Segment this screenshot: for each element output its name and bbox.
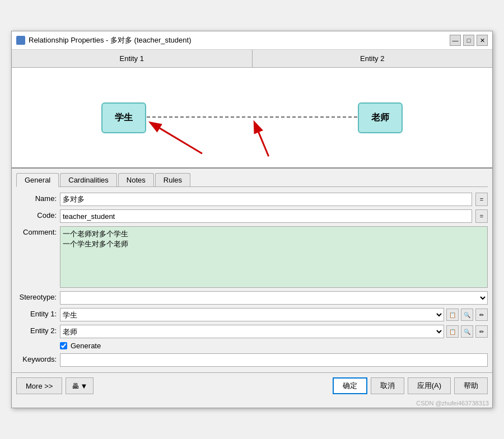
generate-row: Generate	[16, 342, 488, 350]
cancel-button[interactable]: 取消	[371, 377, 404, 394]
window-title: Relationship Properties - 多对多 (teacher_s…	[29, 35, 191, 45]
svg-line-1	[255, 123, 269, 156]
svg-line-0	[151, 123, 202, 153]
comment-label: Comment:	[16, 226, 57, 236]
minimize-button[interactable]: —	[450, 35, 461, 46]
entity1-copy-button[interactable]: 📋	[446, 309, 459, 321]
print-dropdown-icon: ▼	[80, 382, 87, 390]
entity-teacher-label: 老师	[371, 112, 389, 124]
tab-cardinalities[interactable]: Cardinalities	[60, 173, 117, 186]
ok-button[interactable]: 确定	[333, 377, 367, 394]
more-button[interactable]: More >>	[16, 377, 62, 394]
generate-label: Generate	[71, 342, 101, 350]
maximize-button[interactable]: □	[463, 35, 474, 46]
stereotype-row: Stereotype:	[16, 291, 488, 305]
name-input[interactable]	[60, 193, 472, 206]
stereotype-label: Stereotype:	[16, 291, 57, 301]
tabs-section: General Cardinalities Notes Rules	[12, 169, 492, 187]
entity1-row: Entity 1: 学生 📋 🔍 ✏	[16, 308, 488, 321]
code-equal-button[interactable]: =	[475, 209, 488, 223]
entity1-edit-button[interactable]: ✏	[475, 309, 488, 321]
name-label: Name:	[16, 193, 57, 203]
help-button[interactable]: 帮助	[454, 377, 488, 394]
name-equal-button[interactable]: =	[475, 193, 488, 206]
tab-bar: General Cardinalities Notes Rules	[16, 173, 488, 187]
print-button[interactable]: 🖶 ▼	[66, 377, 94, 394]
title-bar: Relationship Properties - 多对多 (teacher_s…	[12, 31, 492, 50]
form-section: Name: = Code: = Comment: 一个老师对多个学生 一个学生对…	[12, 187, 492, 372]
window-icon	[16, 36, 25, 45]
entity2-row-label: Entity 2:	[16, 325, 57, 335]
name-row: Name: =	[16, 193, 488, 206]
generate-checkbox[interactable]	[60, 342, 67, 349]
code-row: Code: =	[16, 209, 488, 223]
comment-textarea[interactable]: 一个老师对多个学生 一个学生对多个老师	[60, 226, 488, 288]
entity2-header: Entity 2	[253, 50, 493, 67]
keywords-row: Keywords:	[16, 353, 488, 367]
entity2-copy-button[interactable]: 📋	[446, 325, 459, 338]
entity1-header: Entity 1	[12, 50, 253, 67]
entity1-select[interactable]: 学生	[60, 308, 444, 321]
code-input[interactable]	[60, 209, 472, 223]
entity-teacher-box: 老师	[358, 102, 403, 133]
entity-student-label: 学生	[115, 112, 133, 124]
watermark: CSDN @zhufei463738313	[12, 399, 492, 408]
tab-notes[interactable]: Notes	[118, 173, 154, 186]
entity2-edit-button[interactable]: ✏	[475, 325, 488, 338]
window-controls: — □ ✕	[450, 35, 488, 46]
entity1-row-label: Entity 1:	[16, 308, 57, 318]
diagram-arrows	[12, 68, 492, 167]
entity1-search-button[interactable]: 🔍	[461, 309, 473, 321]
connector-line	[147, 116, 357, 118]
diagram-area: 学生 老师	[12, 68, 492, 169]
stereotype-select[interactable]	[60, 291, 488, 305]
apply-button[interactable]: 应用(A)	[408, 377, 451, 394]
entity-student-box: 学生	[101, 102, 146, 133]
main-window: Relationship Properties - 多对多 (teacher_s…	[11, 31, 493, 408]
close-button[interactable]: ✕	[477, 35, 488, 46]
tab-rules[interactable]: Rules	[155, 173, 190, 186]
entity-header: Entity 1 Entity 2	[12, 50, 492, 68]
keywords-input[interactable]	[60, 353, 488, 367]
bottom-bar: More >> 🖶 ▼ 确定 取消 应用(A) 帮助	[12, 372, 492, 399]
printer-icon: 🖶	[72, 382, 79, 390]
entity2-search-button[interactable]: 🔍	[461, 325, 473, 338]
keywords-label: Keywords:	[16, 353, 57, 363]
tab-general[interactable]: General	[16, 173, 59, 187]
comment-row: Comment: 一个老师对多个学生 一个学生对多个老师	[16, 226, 488, 288]
entity2-row: Entity 2: 老师 📋 🔍 ✏	[16, 325, 488, 338]
entity2-select[interactable]: 老师	[60, 325, 444, 338]
code-label: Code:	[16, 209, 57, 220]
